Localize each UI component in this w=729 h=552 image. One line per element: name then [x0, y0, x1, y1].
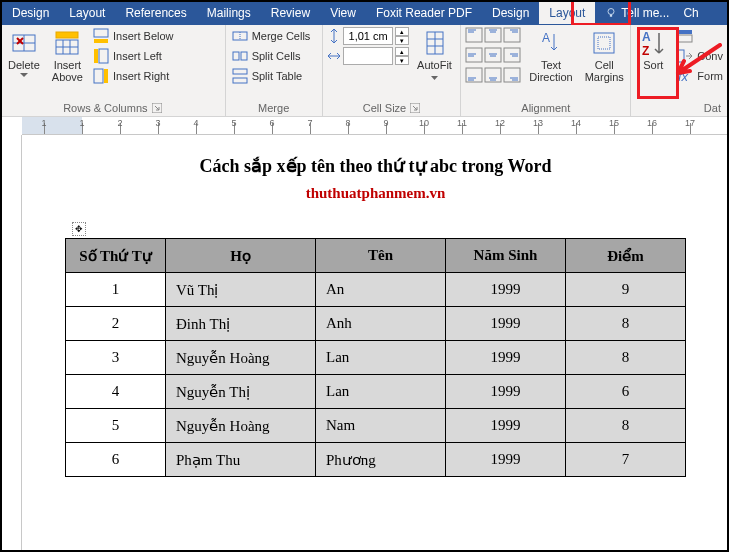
repeat-header-button[interactable] [675, 27, 725, 45]
cell-ten[interactable]: Nam [316, 409, 446, 443]
convert-button[interactable]: Conv [675, 47, 725, 65]
cell-nam[interactable]: 1999 [446, 375, 566, 409]
autofit-button[interactable]: AutoFit [413, 27, 457, 85]
align-bot-center[interactable] [484, 67, 502, 86]
cell-diem[interactable]: 9 [566, 273, 686, 307]
sort-button[interactable]: AZ Sort [635, 27, 671, 73]
width-up[interactable]: ▲ [395, 47, 409, 56]
formula-button[interactable]: fxForm [675, 67, 725, 85]
cell-n[interactable]: 1 [66, 273, 166, 307]
cell-n[interactable]: 3 [66, 341, 166, 375]
tell-me[interactable]: Tell me... [595, 2, 679, 24]
convert-icon [677, 48, 693, 64]
th-ho: Họ [166, 239, 316, 273]
cell-ho[interactable]: Nguyễn Hoàng [166, 409, 316, 443]
cell-diem[interactable]: 7 [566, 443, 686, 477]
height-down[interactable]: ▼ [395, 36, 409, 45]
tab-mailings[interactable]: Mailings [197, 2, 261, 24]
tab-table-design[interactable]: Design [482, 2, 539, 24]
cell-nam[interactable]: 1999 [446, 409, 566, 443]
insert-above-button[interactable]: Insert Above [48, 27, 87, 85]
text-direction-button[interactable]: A Text Direction [525, 27, 576, 85]
width-down[interactable]: ▼ [395, 56, 409, 65]
col-width-spinner[interactable]: ▲▼ [327, 47, 409, 65]
alignment-grid [465, 27, 521, 86]
ruler-vertical[interactable] [0, 135, 22, 550]
cell-ten[interactable]: Lan [316, 341, 446, 375]
cell-n[interactable]: 6 [66, 443, 166, 477]
merge-cells-button[interactable]: Merge Cells [230, 27, 313, 45]
table-row[interactable]: 1 Vũ Thị An 1999 9 [66, 273, 686, 307]
cell-margins-button[interactable]: Cell Margins [581, 27, 628, 85]
tab-design[interactable]: Design [2, 2, 59, 24]
cell-diem[interactable]: 8 [566, 307, 686, 341]
row-height-input[interactable] [343, 27, 393, 45]
cell-ten[interactable]: Phương [316, 443, 446, 477]
cell-ho[interactable]: Đinh Thị [166, 307, 316, 341]
split-table-button[interactable]: Split Table [230, 67, 313, 85]
align-bot-left[interactable] [465, 67, 483, 86]
cell-ho[interactable]: Phạm Thu [166, 443, 316, 477]
dialog-launcher-icon[interactable] [410, 103, 420, 113]
tab-table-layout[interactable]: Layout [539, 2, 595, 24]
tab-view[interactable]: View [320, 2, 366, 24]
dialog-launcher-icon[interactable] [152, 103, 162, 113]
tab-extra: Ch [679, 2, 708, 24]
cell-nam[interactable]: 1999 [446, 341, 566, 375]
svg-rect-16 [94, 69, 103, 83]
align-bot-right[interactable] [503, 67, 521, 86]
insert-right-button[interactable]: Insert Right [91, 67, 176, 85]
cell-ten[interactable]: Anh [316, 307, 446, 341]
table-row[interactable]: 4 Nguyễn Thị Lan 1999 6 [66, 375, 686, 409]
insert-left-button[interactable]: Insert Left [91, 47, 176, 65]
cell-diem[interactable]: 8 [566, 341, 686, 375]
svg-rect-63 [678, 35, 692, 42]
svg-rect-23 [233, 69, 247, 74]
tab-foxit[interactable]: Foxit Reader PDF [366, 2, 482, 24]
cell-ten[interactable]: Lan [316, 375, 446, 409]
align-mid-left[interactable] [465, 47, 483, 66]
cell-margins-icon [590, 29, 618, 57]
cell-ho[interactable]: Vũ Thị [166, 273, 316, 307]
group-rows-columns: Delete Insert Above Insert Below Insert … [0, 25, 226, 116]
align-top-left[interactable] [465, 27, 483, 46]
table-row[interactable]: 3 Nguyễn Hoàng Lan 1999 8 [66, 341, 686, 375]
document-table[interactable]: Số Thứ Tự Họ Tên Năm Sinh Điểm 1 Vũ Thị … [65, 238, 686, 477]
align-top-right[interactable] [503, 27, 521, 46]
cell-n[interactable]: 5 [66, 409, 166, 443]
insert-below-button[interactable]: Insert Below [91, 27, 176, 45]
align-top-center[interactable] [484, 27, 502, 46]
delete-button[interactable]: Delete [4, 27, 44, 79]
ruler-horizontal[interactable]: 11234567891011121314151617 [22, 117, 729, 135]
group-merge: Merge Cells Split Cells Split Table Merg… [226, 25, 323, 116]
page-area: Cách sắp xếp tên theo thứ tự abc trong W… [22, 135, 729, 550]
align-mid-center[interactable] [484, 47, 502, 66]
tab-layout[interactable]: Layout [59, 2, 115, 24]
cell-ho[interactable]: Nguyễn Hoàng [166, 341, 316, 375]
cell-nam[interactable]: 1999 [446, 273, 566, 307]
tab-review[interactable]: Review [261, 2, 320, 24]
cell-n[interactable]: 4 [66, 375, 166, 409]
cell-ho[interactable]: Nguyễn Thị [166, 375, 316, 409]
row-height-spinner[interactable]: ▲▼ [327, 27, 409, 45]
table-row[interactable]: 6 Phạm Thu Phương 1999 7 [66, 443, 686, 477]
table-anchor-icon[interactable]: ✥ [72, 222, 86, 236]
cell-n[interactable]: 2 [66, 307, 166, 341]
cell-ten[interactable]: An [316, 273, 446, 307]
col-width-input[interactable] [343, 47, 393, 65]
table-row[interactable]: 2 Đinh Thị Anh 1999 8 [66, 307, 686, 341]
align-mid-right[interactable] [503, 47, 521, 66]
svg-rect-12 [94, 29, 108, 37]
cell-diem[interactable]: 6 [566, 375, 686, 409]
tab-references[interactable]: References [115, 2, 196, 24]
table-row[interactable]: 5 Nguyễn Hoàng Nam 1999 8 [66, 409, 686, 443]
cell-diem[interactable]: 8 [566, 409, 686, 443]
cell-nam[interactable]: 1999 [446, 443, 566, 477]
cell-nam[interactable]: 1999 [446, 307, 566, 341]
split-cells-button[interactable]: Split Cells [230, 47, 313, 65]
height-up[interactable]: ▲ [395, 27, 409, 36]
text-direction-label: Text Direction [529, 59, 572, 83]
formula-icon: fx [677, 68, 693, 84]
page: Cách sắp xếp tên theo thứ tự abc trong W… [22, 135, 729, 497]
svg-text:A: A [542, 31, 550, 45]
